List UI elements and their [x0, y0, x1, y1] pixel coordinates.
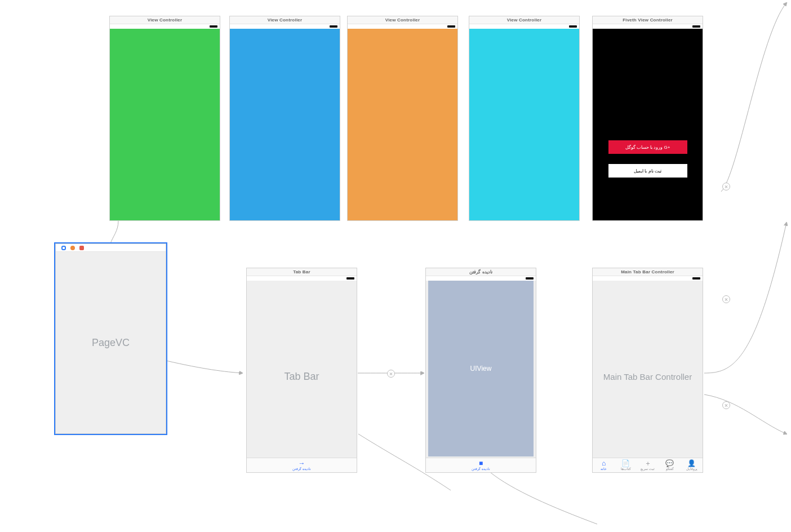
scene-body: PageVC [56, 252, 166, 433]
tab-books[interactable]: 📄 کتاب‌ها [615, 458, 637, 472]
segue-node-icon[interactable] [722, 295, 730, 303]
login-view-controller-scene[interactable]: Fiveth View Controller ورود با حساب گوگل… [592, 16, 703, 221]
placeholder-label: PageVC [56, 252, 166, 433]
status-bar [426, 276, 536, 281]
status-bar [593, 276, 703, 281]
handle-icon[interactable] [70, 246, 75, 250]
ignore-scene[interactable]: نادیده گرفتن UIView ■ نادیده گرفتن [425, 268, 536, 473]
tab-item[interactable]: ■ نادیده گرفتن [426, 458, 536, 472]
segue-node-icon[interactable] [387, 370, 395, 378]
person-icon: 👤 [687, 460, 696, 467]
scene-title: View Controller [230, 16, 340, 24]
arrow-right-icon: → [299, 460, 305, 467]
tab-label: نادیده گرفتن [472, 467, 490, 471]
tab-label: خانه [601, 467, 607, 471]
placeholder-label: Main Tab Bar Controller [593, 281, 703, 472]
status-bar [247, 276, 357, 281]
tab-bar: ■ نادیده گرفتن [426, 458, 536, 472]
tab-chat[interactable]: 💬 گفتگو [659, 458, 681, 472]
scene-body: ورود با حساب گوگل G+ ثبت نام با ایمیل [593, 29, 703, 220]
scene-body: UIView ■ نادیده گرفتن [426, 281, 536, 472]
scene-body [230, 29, 340, 220]
view-controller-scene[interactable]: View Controller [229, 16, 340, 221]
google-signin-button[interactable]: ورود با حساب گوگل G+ [608, 140, 687, 154]
segue-node-icon[interactable] [722, 401, 730, 409]
scene-title: Main Tab Bar Controller [593, 268, 703, 276]
chat-icon: 💬 [665, 460, 674, 467]
plus-icon: ＋ [645, 460, 651, 467]
handle-icon[interactable] [79, 246, 84, 250]
view-controller-scene[interactable]: View Controller [109, 16, 220, 221]
status-bar [469, 24, 579, 29]
scene-body [348, 29, 457, 220]
scene-selection-handles [56, 244, 166, 252]
scene-body: Main Tab Bar Controller ⌂ خانه 📄 کتاب‌ها… [593, 281, 703, 472]
pagevc-scene[interactable]: PageVC [55, 243, 166, 434]
placeholder-label: Tab Bar [247, 281, 357, 472]
tab-label: نادیده گرفتن [292, 467, 311, 471]
status-bar [230, 24, 340, 29]
view-controller-scene[interactable]: View Controller [469, 16, 580, 221]
tab-bar-scene[interactable]: Tab Bar Tab Bar → نادیده گرفتن [246, 268, 357, 473]
status-bar [110, 24, 220, 29]
segue-node-icon[interactable] [722, 183, 730, 190]
scene-body [469, 29, 579, 220]
scene-title: View Controller [110, 16, 220, 24]
tab-add[interactable]: ＋ ثبت سریع [637, 458, 659, 472]
tab-profile[interactable]: 👤 پروفایل [681, 458, 703, 472]
main-tab-bar-controller-scene[interactable]: Main Tab Bar Controller Main Tab Bar Con… [592, 268, 703, 473]
scene-title: View Controller [469, 16, 579, 24]
uiview-placeholder[interactable]: UIView [428, 281, 534, 456]
scene-title: View Controller [348, 16, 457, 24]
books-icon: 📄 [621, 460, 630, 467]
scene-body [110, 29, 220, 220]
email-signup-button[interactable]: ثبت نام با ایمیل [608, 164, 687, 178]
tab-home[interactable]: ⌂ خانه [593, 458, 615, 472]
tab-label: ثبت سریع [641, 467, 655, 471]
scene-title: Fiveth View Controller [593, 16, 703, 24]
handle-icon[interactable] [61, 246, 66, 250]
status-bar [593, 24, 703, 29]
scene-title: Tab Bar [247, 268, 357, 276]
home-icon: ⌂ [602, 460, 606, 467]
status-bar [348, 24, 457, 29]
view-controller-scene[interactable]: View Controller [347, 16, 458, 221]
tab-bar: ⌂ خانه 📄 کتاب‌ها ＋ ثبت سریع 💬 گفتگو 👤 [593, 458, 703, 472]
square-icon: ■ [479, 460, 483, 467]
tab-item[interactable]: → نادیده گرفتن [247, 458, 357, 472]
tab-bar: → نادیده گرفتن [247, 458, 357, 472]
tab-label: گفتگو [666, 467, 674, 471]
scene-body: Tab Bar → نادیده گرفتن [247, 281, 357, 472]
tab-label: کتاب‌ها [621, 467, 631, 471]
tab-label: پروفایل [686, 467, 697, 471]
scene-title: نادیده گرفتن [426, 268, 536, 276]
